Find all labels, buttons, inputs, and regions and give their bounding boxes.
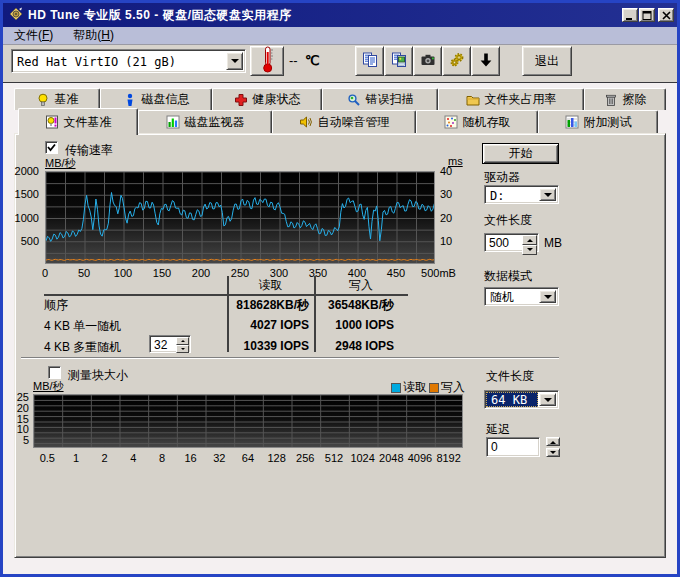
y-tick: 2000	[15, 165, 39, 177]
close-button[interactable]	[658, 8, 674, 22]
x-tick: 50	[78, 267, 90, 279]
read-column-header: 读取	[227, 277, 314, 294]
tab-错误扫描[interactable]: 错误扫描	[322, 88, 438, 110]
delay-up[interactable]	[546, 437, 560, 446]
y-tick: 500	[21, 235, 39, 247]
tab-擦除[interactable]: 擦除	[584, 88, 666, 110]
block-x-tick: 16	[185, 452, 197, 464]
block-y-tick: 5	[15, 434, 29, 446]
menu-item-file[interactable]: 文件(F)	[8, 26, 59, 45]
file-length-down[interactable]	[522, 245, 537, 255]
x-tick: 200	[192, 267, 210, 279]
y2-tick: 30	[440, 188, 452, 200]
tab-附加测试[interactable]: 附加测试	[538, 110, 658, 133]
tab-基准[interactable]: 基准	[14, 88, 100, 110]
window-title: HD Tune 专业版 5.50 - 硬盘/固态硬盘实用程序	[28, 7, 622, 24]
file-bulb-icon	[45, 115, 59, 129]
delay-down[interactable]	[546, 448, 560, 457]
block-x-tick: 1024	[350, 452, 374, 464]
y2-tick: 40	[440, 165, 452, 177]
write-value: 1000 IOPS	[322, 318, 394, 332]
drive-select-arrow[interactable]	[226, 52, 243, 70]
block-x-tick: 64	[242, 452, 254, 464]
y-tick: 1000	[15, 212, 39, 224]
maximize-button[interactable]	[639, 8, 655, 22]
tab-文件夹占用率[interactable]: 文件夹占用率	[438, 88, 584, 110]
data-mode-label: 数据模式	[484, 268, 532, 285]
block-file-length-arrow[interactable]	[539, 393, 556, 406]
block-x-tick: 2048	[379, 452, 403, 464]
noise-icon	[299, 115, 313, 129]
random-icon	[444, 115, 458, 129]
thermometer-icon	[260, 46, 275, 76]
row-label: 4 KB 多重随机	[44, 339, 121, 356]
data-mode-arrow[interactable]	[539, 290, 556, 303]
block-file-length-combo[interactable]: 64 KB	[484, 390, 559, 409]
block-size-checkbox[interactable]	[48, 366, 61, 379]
block-x-tick: 32	[213, 452, 225, 464]
tab-健康状态[interactable]: 健康状态	[212, 88, 322, 110]
tab-自动噪音管理[interactable]: 自动噪音管理	[272, 110, 416, 133]
save-button[interactable]	[471, 46, 500, 76]
file-length-unit: MB	[544, 236, 562, 250]
block-size-label: 测量块大小	[68, 367, 128, 384]
queue-depth-spinner[interactable]: 32	[149, 335, 191, 353]
copy-text-button[interactable]	[355, 46, 384, 76]
settings-button[interactable]	[442, 46, 471, 76]
block-y-axis-label: MB/秒	[33, 379, 64, 394]
drive-combo-arrow[interactable]	[539, 188, 556, 201]
block-x-tick: 8192	[436, 452, 460, 464]
file-length-up[interactable]	[522, 235, 537, 245]
y-tick: 1500	[15, 188, 39, 200]
temperature-value: --	[289, 53, 298, 68]
block-file-length-label: 文件长度	[486, 368, 534, 385]
x-tick: 500mB	[421, 267, 456, 279]
file-length-spinner[interactable]: 500	[484, 233, 539, 252]
transfer-rate-checkbox[interactable]	[45, 141, 58, 154]
menu-bar: 文件(F) 帮助(H)	[3, 27, 677, 45]
minimize-button[interactable]	[622, 8, 638, 22]
temperature-unit: ℃	[305, 53, 320, 68]
block-x-tick: 8	[159, 452, 165, 464]
block-x-tick: 1	[73, 452, 79, 464]
block-x-tick: 256	[296, 452, 314, 464]
extra-icon	[565, 115, 579, 129]
drive-label: 驱动器	[484, 169, 520, 186]
copy-text-icon	[362, 52, 378, 71]
health-icon	[234, 93, 248, 107]
block-x-tick: 4096	[408, 452, 432, 464]
data-mode-combo[interactable]: 随机	[484, 287, 559, 306]
title-bar[interactable]: HD Tune 专业版 5.50 - 硬盘/固态硬盘实用程序	[3, 3, 677, 27]
screenshot-button[interactable]	[413, 46, 442, 76]
x-tick: 150	[153, 267, 171, 279]
menu-item-help[interactable]: 帮助(H)	[67, 26, 120, 45]
block-x-tick: 0.5	[40, 452, 55, 464]
file-length-label: 文件长度	[484, 212, 532, 229]
app-window: HD Tune 专业版 5.50 - 硬盘/固态硬盘实用程序 文件(F) 帮助(…	[0, 0, 680, 577]
tab-随机存取[interactable]: 随机存取	[416, 110, 538, 133]
tab-文件基准[interactable]: 文件基准	[18, 108, 138, 135]
save-icon	[478, 52, 494, 71]
y2-tick: 10	[440, 235, 452, 247]
row-label: 顺序	[44, 297, 68, 314]
temperature-button[interactable]	[250, 46, 284, 76]
y2-tick: 20	[440, 212, 452, 224]
exit-button[interactable]: 退出	[522, 46, 572, 76]
tab-磁盘监视器[interactable]: 磁盘监视器	[138, 110, 272, 133]
copy-image-button[interactable]	[384, 46, 413, 76]
tab-磁盘信息[interactable]: 磁盘信息	[100, 88, 212, 110]
delay-field[interactable]: 0	[486, 437, 540, 457]
delay-label: 延迟	[486, 421, 510, 438]
block-x-tick: 4	[130, 452, 136, 464]
x-tick: 0	[42, 267, 48, 279]
block-x-tick: 2	[102, 452, 108, 464]
drive-select[interactable]: Red Hat VirtIO (21 gB)	[11, 49, 246, 73]
folder-icon	[466, 93, 480, 107]
start-button[interactable]: 开始	[482, 143, 559, 164]
y-axis-label: MB/秒	[45, 156, 76, 171]
app-icon	[8, 6, 24, 25]
drive-combo[interactable]: D:	[484, 185, 559, 204]
row-label: 4 KB 单一随机	[44, 318, 121, 335]
write-value: 2948 IOPS	[322, 339, 394, 353]
monitor-icon	[166, 115, 180, 129]
